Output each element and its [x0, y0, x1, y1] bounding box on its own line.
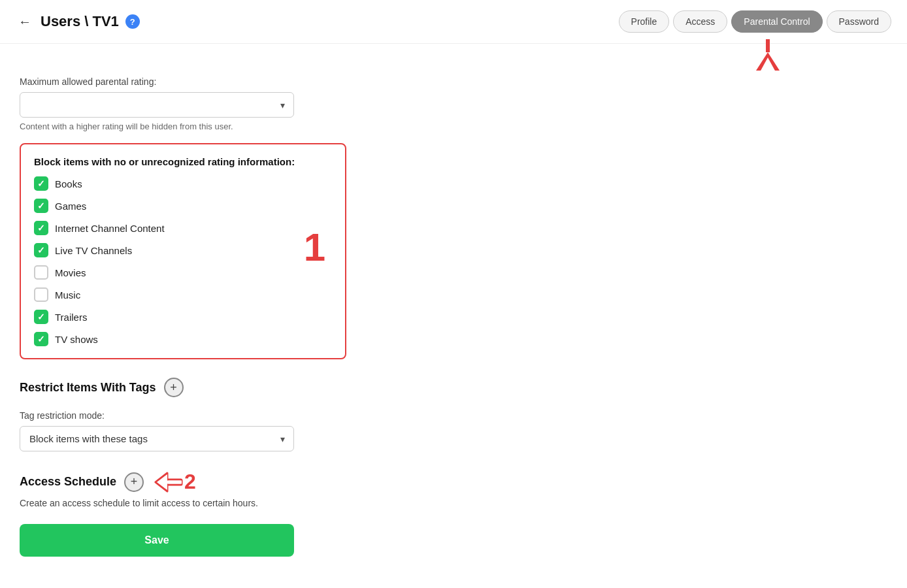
restrict-tags-row: Restrict Items With Tags +	[20, 378, 516, 397]
tab-bar: Profile Access Parental Control Password	[619, 10, 891, 33]
checkbox-trailers: Trailers	[34, 310, 332, 324]
tab-access[interactable]: Access	[673, 10, 727, 33]
checkbox-tv-shows-label: TV shows	[55, 334, 98, 345]
checkbox-internet-channel-content-input[interactable]	[34, 221, 48, 235]
back-button[interactable]: ←	[16, 12, 34, 32]
checkbox-movies-label: Movies	[55, 267, 86, 278]
checkbox-music-input[interactable]	[34, 287, 48, 302]
tag-restriction-select[interactable]: Block items with these tags Allow items …	[20, 426, 294, 451]
checkbox-internet-channel-content: Internet Channel Content	[34, 221, 332, 235]
checkbox-trailers-label: Trailers	[55, 312, 87, 323]
checkbox-games: Games	[34, 199, 332, 213]
access-schedule-heading: Access Schedule	[20, 475, 116, 489]
block-section-title: Block items with no or unrecognized rati…	[34, 156, 332, 167]
checkbox-trailers-input[interactable]	[34, 310, 48, 324]
main-content: Maximum allowed parental rating: G PG PG…	[0, 44, 536, 576]
checkbox-games-input[interactable]	[34, 199, 48, 213]
add-tag-button[interactable]: +	[164, 378, 184, 397]
parental-rating-select[interactable]: G PG PG-13 R NC-17	[20, 92, 294, 118]
checkbox-live-tv-channels-label: Live TV Channels	[55, 245, 132, 256]
checkbox-live-tv-channels-input[interactable]	[34, 243, 48, 257]
help-icon[interactable]: ?	[125, 14, 140, 29]
parental-rating-label: Maximum allowed parental rating:	[20, 76, 516, 87]
annotation-2-container: 2	[154, 470, 196, 494]
tab-parental-control[interactable]: Parental Control	[731, 10, 822, 33]
checkbox-books: Books	[34, 176, 332, 191]
checkbox-games-label: Games	[55, 201, 86, 212]
tag-restriction-label: Tag restriction mode:	[20, 410, 516, 421]
block-items-section: Block items with no or unrecognized rati…	[20, 143, 346, 359]
access-schedule-hint: Create an access schedule to limit acces…	[20, 498, 516, 508]
tab-annotation-arrow	[756, 39, 780, 71]
checkbox-books-input[interactable]	[34, 176, 48, 191]
checkbox-music: Music	[34, 287, 332, 302]
tab-profile[interactable]: Profile	[619, 10, 670, 33]
svg-rect-2	[167, 480, 182, 483]
checkbox-movies: Movies	[34, 265, 332, 280]
save-button[interactable]: Save	[20, 524, 294, 557]
restrict-tags-heading: Restrict Items With Tags	[20, 381, 156, 395]
checkbox-tv-shows-input[interactable]	[34, 332, 48, 346]
access-schedule-row: Access Schedule + 2	[20, 470, 516, 494]
page-title: Users \ TV1	[41, 13, 119, 30]
annotation-2-arrow-icon	[154, 472, 183, 493]
checkbox-live-tv-channels: Live TV Channels	[34, 243, 332, 257]
parental-rating-select-wrapper: G PG PG-13 R NC-17 ▾	[20, 92, 294, 118]
header: ← Users \ TV1 ? Profile Access Parental …	[0, 0, 907, 44]
tag-restriction-select-wrapper: Block items with these tags Allow items …	[20, 426, 294, 451]
checkbox-tv-shows: TV shows	[34, 332, 332, 346]
parental-rating-hint: Content with a higher rating will be hid…	[20, 122, 516, 131]
checkbox-movies-input[interactable]	[34, 265, 48, 280]
checkbox-books-label: Books	[55, 178, 82, 189]
annotation-2-number: 2	[184, 470, 196, 494]
checkbox-music-label: Music	[55, 289, 80, 301]
tab-password[interactable]: Password	[827, 10, 891, 33]
checkbox-internet-channel-content-label: Internet Channel Content	[55, 223, 165, 234]
add-schedule-button[interactable]: +	[124, 472, 144, 492]
